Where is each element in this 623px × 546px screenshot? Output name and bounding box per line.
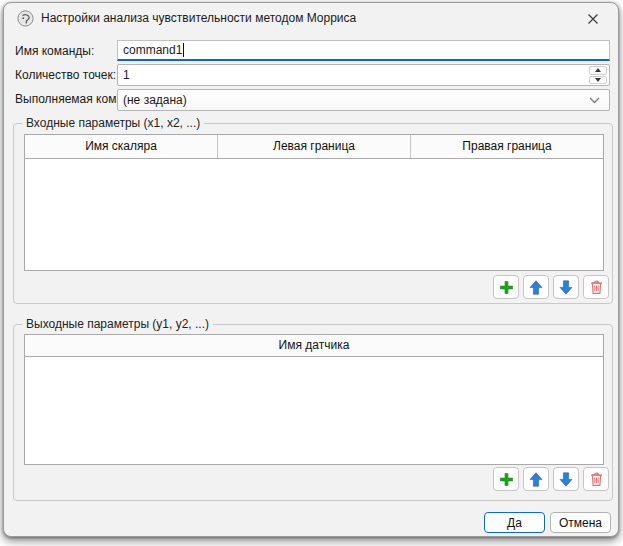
spin-down-icon <box>595 78 601 82</box>
dialog-title: Настройки анализа чувствительности метод… <box>41 3 356 33</box>
close-icon <box>587 13 599 25</box>
move-down-icon <box>559 280 573 295</box>
trash-icon <box>589 471 604 487</box>
points-count-spinbox[interactable]: 1 <box>117 64 610 86</box>
move-output-down-button[interactable] <box>553 467 579 491</box>
column-header-left-bound[interactable]: Левая граница <box>218 135 411 158</box>
add-icon <box>499 472 514 487</box>
command-name-input[interactable]: command1 <box>117 40 610 61</box>
close-button[interactable] <box>578 7 608 31</box>
text-caret <box>183 43 184 57</box>
ok-button-label: Да <box>507 516 522 530</box>
input-parameters-table-header: Имя скаляра Левая граница Правая граница <box>25 135 603 159</box>
move-input-up-button[interactable] <box>523 275 549 299</box>
add-output-button[interactable] <box>493 467 519 491</box>
input-parameters-group-title: Входные параметры (x1, x2, ...) <box>22 116 204 130</box>
executed-command-value: (не задана) <box>123 93 187 107</box>
title-bar[interactable]: Настройки анализа чувствительности метод… <box>4 3 618 33</box>
trash-icon <box>589 279 604 295</box>
add-icon <box>499 280 514 295</box>
move-input-down-button[interactable] <box>553 275 579 299</box>
points-count-label: Количество точек: <box>15 65 116 85</box>
move-down-icon <box>559 472 573 487</box>
output-parameters-table-header: Имя датчика <box>25 335 603 357</box>
cancel-button-label: Отмена <box>559 516 602 530</box>
points-count-value: 1 <box>123 68 130 82</box>
column-header-sensor-name[interactable]: Имя датчика <box>25 335 603 356</box>
screen: Настройки анализа чувствительности метод… <box>0 0 623 546</box>
input-parameters-table[interactable]: Имя скаляра Левая граница Правая граница <box>24 134 604 271</box>
executed-command-combobox[interactable]: (не задана) <box>117 89 610 111</box>
morris-settings-dialog: Настройки анализа чувствительности метод… <box>3 2 619 537</box>
delete-output-button[interactable] <box>583 467 609 491</box>
spin-buttons <box>589 66 607 84</box>
move-up-icon <box>529 280 543 295</box>
app-icon <box>17 10 34 27</box>
column-header-right-bound[interactable]: Правая граница <box>411 135 603 158</box>
spin-down-button[interactable] <box>589 76 607 85</box>
command-name-label: Имя команды: <box>15 41 94 61</box>
input-parameters-toolbar <box>493 275 609 299</box>
command-name-value: command1 <box>123 43 182 57</box>
spin-up-icon <box>595 68 601 72</box>
output-parameters-toolbar <box>493 467 609 491</box>
delete-input-button[interactable] <box>583 275 609 299</box>
output-parameters-table[interactable]: Имя датчика <box>24 334 604 465</box>
output-parameters-group-title: Выходные параметры (y1, y2, ...) <box>22 317 213 331</box>
spin-up-button[interactable] <box>589 66 607 75</box>
cancel-button[interactable]: Отмена <box>550 512 611 533</box>
move-output-up-button[interactable] <box>523 467 549 491</box>
column-header-scalar-name[interactable]: Имя скаляра <box>25 135 218 158</box>
chevron-down-icon <box>589 97 600 104</box>
add-input-button[interactable] <box>493 275 519 299</box>
ok-button[interactable]: Да <box>484 512 545 533</box>
move-up-icon <box>529 472 543 487</box>
